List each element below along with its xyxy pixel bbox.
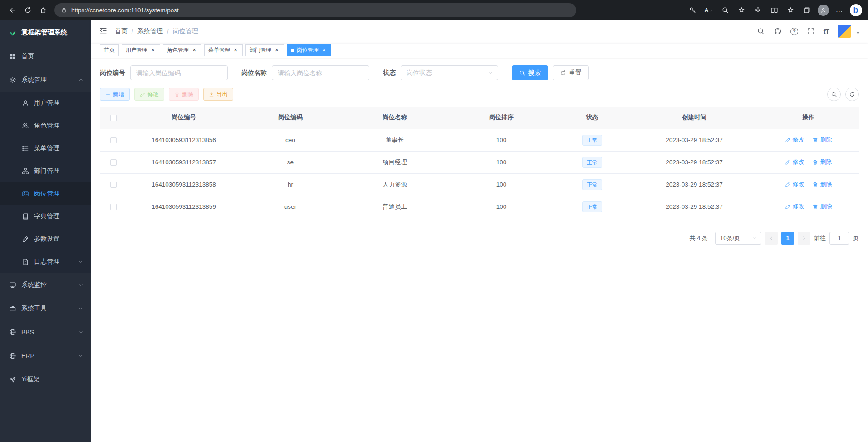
post-code-input[interactable] [130,65,228,80]
status-select-placeholder: 岗位状态 [407,69,432,77]
row-checkbox[interactable] [110,159,117,166]
row-checkbox[interactable] [110,204,117,210]
post-name-input[interactable] [272,65,369,80]
column-post-sort: 岗位排序 [449,107,554,129]
prev-page-button[interactable] [765,232,778,245]
export-button[interactable]: 导出 [203,88,233,101]
puzzle-icon [754,6,762,14]
tab-menu-mgmt[interactable]: 菜单管理 × [204,44,243,56]
post-code-cell: se [240,151,340,173]
row-delete-button[interactable]: 删除 [812,202,832,211]
favorites-button[interactable] [783,3,798,17]
tab-role-mgmt[interactable]: 角色管理 × [163,44,201,56]
search-icon [831,91,837,98]
sidebar-item-role-mgmt[interactable]: 角色管理 [0,114,91,137]
site-info-lock-icon[interactable] [61,7,67,13]
sidebar-item-yi-framework[interactable]: Yi框架 [0,368,91,391]
sidebar-item-log-mgmt[interactable]: 日志管理 [0,250,91,273]
sidebar-fold-button[interactable] [99,26,108,37]
sidebar-item-param-settings[interactable]: 参数设置 [0,228,91,250]
select-all-checkbox[interactable] [110,115,117,121]
select-all-header [100,107,127,129]
sidebar-item-dict-mgmt[interactable]: 字典管理 [0,205,91,228]
row-checkbox[interactable] [110,137,117,143]
sidebar-item-bbs[interactable]: BBS [0,320,91,344]
password-manager-button[interactable] [685,3,700,17]
sidebar-item-role-label: 角色管理 [34,122,59,130]
help-button[interactable]: ? [790,28,798,35]
table-row: 1641030593112313856 ceo 董事长 100 正常 2023-… [100,129,859,151]
user-avatar-button[interactable] [838,25,851,38]
refresh-table-button[interactable] [845,88,859,101]
bing-copilot-button[interactable]: b [848,3,863,17]
read-aloud-button[interactable]: A [701,3,716,17]
row-edit-button[interactable]: 修改 [785,158,804,166]
sidebar-item-tools[interactable]: 系统工具 [0,297,91,320]
split-screen-button[interactable] [766,3,782,17]
browser-refresh-button[interactable] [20,3,35,17]
tab-home[interactable]: 首页 [100,44,119,56]
sidebar-item-home[interactable]: 首页 [0,44,91,68]
sidebar-item-system[interactable]: 系统管理 [0,68,91,92]
add-favorite-button[interactable] [734,3,749,17]
row-delete-button[interactable]: 删除 [812,158,832,166]
tab-post-mgmt[interactable]: 岗位管理 × [287,44,331,56]
status-badge: 正常 [582,179,602,190]
row-delete-button[interactable]: 删除 [812,136,832,144]
fullscreen-button[interactable] [807,27,815,35]
pencil-icon [785,182,791,187]
sidebar-item-post-mgmt[interactable]: 岗位管理 [0,182,91,205]
sidebar-item-erp[interactable]: ERP [0,344,91,368]
delete-button[interactable]: 删除 [169,88,199,101]
next-page-button[interactable] [798,232,810,245]
breadcrumb-home[interactable]: 首页 [115,27,128,35]
row-checkbox[interactable] [110,182,117,188]
status-select[interactable]: 岗位状态 [401,65,498,80]
breadcrumb-system[interactable]: 系统管理 [137,27,163,35]
github-link[interactable] [774,27,782,35]
browser-menu-button[interactable]: … [832,3,847,17]
header-search-button[interactable] [757,27,765,35]
tab-user-mgmt[interactable]: 用户管理 × [122,44,160,56]
row-select-cell [100,151,127,173]
search-button[interactable]: 搜索 [512,65,548,80]
close-icon[interactable]: × [274,47,280,54]
sidebar-item-post-label: 岗位管理 [34,190,59,198]
close-icon[interactable]: × [191,47,197,54]
page-number-button[interactable]: 1 [781,232,794,245]
browser-home-button[interactable] [35,3,51,17]
reset-button[interactable]: 重置 [553,65,589,80]
row-select-cell [100,129,127,151]
breadcrumb-separator: / [167,28,169,35]
edit-button[interactable]: 修改 [134,88,164,101]
address-bar[interactable]: https://ccnetcore.com:1101/system/post [54,3,576,17]
person-icon [820,7,827,14]
row-edit-button[interactable]: 修改 [785,180,804,188]
extensions-button[interactable] [750,3,765,17]
row-delete-button[interactable]: 删除 [812,180,832,188]
goto-page-input[interactable] [829,232,849,245]
sidebar-item-monitor[interactable]: 系统监控 [0,273,91,297]
close-icon[interactable]: × [232,47,239,54]
caret-down-icon[interactable] [856,32,860,34]
app-logo[interactable]: 意框架管理系统 [0,20,91,44]
row-edit-button[interactable]: 修改 [785,202,804,211]
collections-button[interactable] [799,3,814,17]
sidebar-item-menu-mgmt[interactable]: 菜单管理 [0,137,91,160]
add-button[interactable]: 新增 [100,88,130,101]
tab-dept-mgmt[interactable]: 部门管理 × [245,44,284,56]
sidebar-item-user-mgmt[interactable]: 用户管理 [0,92,91,114]
row-delete-label: 删除 [820,180,832,188]
toolbox-icon [9,305,16,312]
back-button[interactable] [5,3,20,17]
row-edit-button[interactable]: 修改 [785,136,804,144]
close-icon[interactable]: × [321,47,327,54]
font-size-button[interactable]: tT [824,28,829,35]
zoom-button[interactable] [717,3,733,17]
close-icon[interactable]: × [150,47,156,54]
browser-profile-button[interactable] [815,3,831,17]
page-size-select[interactable]: 10条/页 [715,232,761,245]
sidebar-item-dept-mgmt[interactable]: 部门管理 [0,160,91,182]
show-search-toggle-button[interactable] [827,88,841,101]
delete-button-label: 删除 [182,91,193,98]
